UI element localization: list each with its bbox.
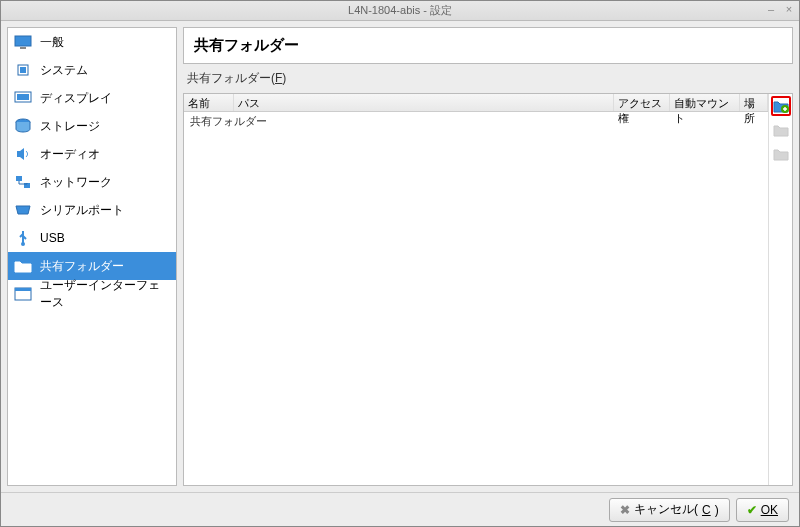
column-automount[interactable]: 自動マウント	[670, 94, 740, 111]
ok-icon: ✔	[747, 503, 757, 517]
shared-folders-table: 名前 パス アクセス権 自動マウント 場所 共有フォルダー	[183, 93, 793, 486]
chip-icon	[14, 62, 32, 78]
titlebar: L4N-1804-abis - 設定 – ×	[1, 1, 799, 21]
sidebar-item-label: 一般	[40, 34, 64, 51]
disk-icon	[14, 118, 32, 134]
table-toolbar	[768, 94, 792, 485]
folder-minus-icon	[773, 147, 789, 161]
column-access[interactable]: アクセス権	[614, 94, 670, 111]
cancel-button[interactable]: ✖ キャンセル(C)	[609, 498, 730, 522]
sidebar-item-general[interactable]: 一般	[8, 28, 176, 56]
svg-rect-3	[20, 67, 26, 73]
column-name[interactable]: 名前	[184, 94, 234, 111]
sidebar-item-network[interactable]: ネットワーク	[8, 168, 176, 196]
sidebar-item-label: システム	[40, 62, 88, 79]
column-path[interactable]: パス	[234, 94, 614, 111]
monitor-icon	[14, 34, 32, 50]
footer: ✖ キャンセル(C) ✔ OK	[1, 492, 799, 526]
svg-rect-0	[15, 36, 31, 46]
svg-rect-1	[20, 47, 26, 49]
svg-point-9	[21, 242, 25, 246]
table-body[interactable]: 共有フォルダー	[184, 112, 768, 485]
column-location[interactable]: 場所	[740, 94, 768, 111]
remove-folder-button	[771, 144, 791, 164]
sidebar-item-ui[interactable]: ユーザーインターフェース	[8, 280, 176, 308]
table-header: 名前 パス アクセス権 自動マウント 場所	[184, 94, 768, 112]
main-panel: 共有フォルダー 共有フォルダー(F) 名前 パス アクセス権 自動マウント 場所…	[183, 27, 793, 486]
sidebar-item-label: オーディオ	[40, 146, 100, 163]
body: 一般 システム ディスプレイ ストレージ オーディオ ネットワーク シリアルポー…	[1, 21, 799, 492]
sidebar-item-usb[interactable]: USB	[8, 224, 176, 252]
minimize-button[interactable]: –	[765, 3, 777, 15]
close-button[interactable]: ×	[783, 3, 795, 15]
folder-icon	[14, 258, 32, 274]
ui-icon	[14, 286, 32, 302]
table-main: 名前 パス アクセス権 自動マウント 場所 共有フォルダー	[184, 94, 768, 485]
display-icon	[14, 90, 32, 106]
sidebar-item-label: ユーザーインターフェース	[40, 277, 170, 311]
svg-rect-11	[15, 288, 31, 291]
edit-folder-button	[771, 120, 791, 140]
speaker-icon	[14, 146, 32, 162]
sidebar-item-storage[interactable]: ストレージ	[8, 112, 176, 140]
page-title: 共有フォルダー	[183, 27, 793, 64]
group-label: 共有フォルダー(F)	[183, 68, 793, 89]
sidebar-item-label: ストレージ	[40, 118, 100, 135]
sidebar-item-label: USB	[40, 231, 65, 245]
sidebar-item-audio[interactable]: オーディオ	[8, 140, 176, 168]
sidebar-item-serial[interactable]: シリアルポート	[8, 196, 176, 224]
network-icon	[14, 174, 32, 190]
svg-rect-7	[16, 176, 22, 181]
sidebar-item-display[interactable]: ディスプレイ	[8, 84, 176, 112]
table-group-row[interactable]: 共有フォルダー	[184, 112, 768, 131]
window-title: L4N-1804-abis - 設定	[348, 3, 452, 18]
sidebar-item-system[interactable]: システム	[8, 56, 176, 84]
sidebar: 一般 システム ディスプレイ ストレージ オーディオ ネットワーク シリアルポー…	[7, 27, 177, 486]
add-folder-button[interactable]	[771, 96, 791, 116]
sidebar-item-label: 共有フォルダー	[40, 258, 124, 275]
ok-button[interactable]: ✔ OK	[736, 498, 789, 522]
folder-plus-icon	[773, 99, 789, 113]
sidebar-item-shared-folders[interactable]: 共有フォルダー	[8, 252, 176, 280]
sidebar-item-label: ネットワーク	[40, 174, 112, 191]
svg-rect-5	[17, 94, 29, 100]
cancel-icon: ✖	[620, 503, 630, 517]
serial-port-icon	[14, 202, 32, 218]
window-controls: – ×	[765, 3, 795, 15]
usb-icon	[14, 230, 32, 246]
sidebar-item-label: ディスプレイ	[40, 90, 112, 107]
sidebar-item-label: シリアルポート	[40, 202, 124, 219]
folder-edit-icon	[773, 123, 789, 137]
